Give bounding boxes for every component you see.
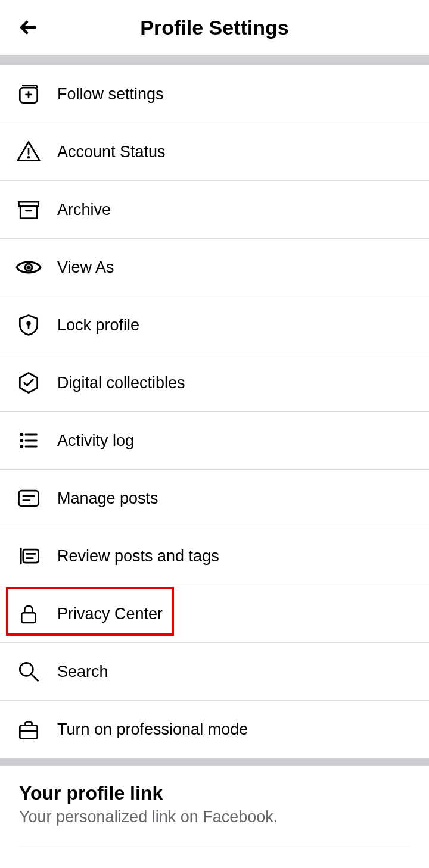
- lock-icon: [14, 600, 43, 628]
- back-arrow-icon: [18, 17, 39, 38]
- svg-point-1: [28, 157, 30, 158]
- post-icon: [14, 484, 43, 513]
- eye-icon: [14, 253, 43, 282]
- menu-item-view-as[interactable]: View As: [0, 239, 429, 296]
- menu-item-account-status[interactable]: Account Status: [0, 123, 429, 181]
- menu-item-manage-posts[interactable]: Manage posts: [0, 470, 429, 527]
- menu-label: Account Status: [57, 143, 166, 161]
- menu-label: Privacy Center: [57, 605, 163, 623]
- menu-item-lock-profile[interactable]: Lock profile: [0, 296, 429, 354]
- menu-item-follow-settings[interactable]: Follow settings: [0, 65, 429, 123]
- menu-label: Lock profile: [57, 316, 139, 335]
- menu-item-professional-mode[interactable]: Turn on professional mode: [0, 701, 429, 758]
- menu-item-archive[interactable]: Archive: [0, 181, 429, 239]
- review-icon: [14, 542, 43, 570]
- search-icon: [14, 657, 43, 686]
- menu-item-search[interactable]: Search: [0, 643, 429, 701]
- section-separator: [0, 55, 429, 65]
- menu-label: Review posts and tags: [57, 547, 219, 566]
- svg-rect-3: [20, 207, 37, 218]
- section-separator: [0, 758, 429, 766]
- svg-rect-11: [23, 549, 39, 563]
- follow-icon: [14, 80, 43, 108]
- svg-rect-14: [20, 725, 37, 738]
- svg-point-9: [20, 445, 23, 448]
- shield-icon: [14, 311, 43, 339]
- menu-label: Activity log: [57, 432, 134, 450]
- menu-item-privacy-center[interactable]: Privacy Center: [0, 585, 429, 643]
- menu-label: Search: [57, 663, 108, 681]
- svg-point-5: [27, 266, 30, 269]
- menu-label: Archive: [57, 201, 111, 219]
- section-divider: [19, 847, 410, 847]
- archive-icon: [14, 195, 43, 224]
- svg-point-7: [20, 433, 23, 436]
- page-title: Profile Settings: [140, 16, 288, 39]
- warning-icon: [14, 138, 43, 166]
- menu-item-digital-collectibles[interactable]: Digital collectibles: [0, 354, 429, 412]
- section-subtitle: Your personalized link on Facebook.: [19, 808, 410, 826]
- profile-link-section: Your profile link Your personalized link…: [0, 766, 429, 838]
- settings-menu-list: Follow settings Account Status Archive: [0, 65, 429, 758]
- svg-rect-10: [19, 491, 39, 506]
- svg-rect-12: [21, 613, 35, 623]
- list-icon: [14, 426, 43, 455]
- section-title: Your profile link: [19, 782, 410, 804]
- back-button[interactable]: [17, 15, 41, 39]
- briefcase-icon: [14, 716, 43, 744]
- menu-label: Manage posts: [57, 489, 158, 508]
- menu-item-review-posts-tags[interactable]: Review posts and tags: [0, 527, 429, 585]
- menu-label: Digital collectibles: [57, 374, 185, 392]
- hexagon-check-icon: [14, 369, 43, 397]
- svg-point-8: [20, 439, 23, 442]
- menu-label: Follow settings: [57, 85, 164, 104]
- menu-label: View As: [57, 258, 114, 277]
- menu-item-activity-log[interactable]: Activity log: [0, 412, 429, 470]
- header: Profile Settings: [0, 0, 429, 55]
- menu-label: Turn on professional mode: [57, 720, 248, 739]
